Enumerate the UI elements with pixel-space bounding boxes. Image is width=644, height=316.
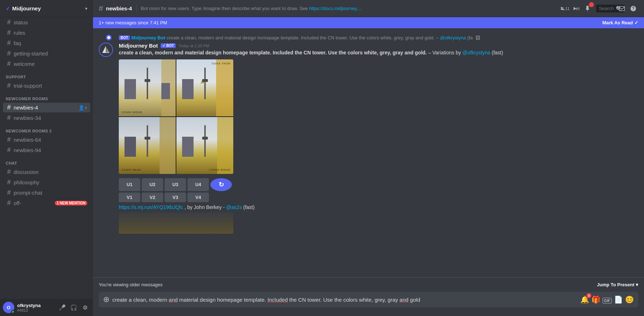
channel-label: faq [14, 40, 87, 46]
mute-mic-button[interactable]: 🎤 [57, 302, 67, 312]
sidebar-item-newbies-34[interactable]: # newbies-34 [3, 113, 90, 123]
input-underline-and2: and [400, 297, 409, 303]
help-icon[interactable] [628, 4, 638, 14]
link-message: https://s.mj.run/AYQ19tbJQlc , by John B… [93, 204, 644, 211]
city-scene-4: LOANA NIGAN [176, 117, 233, 174]
hash-icon: # [7, 39, 11, 47]
server-header[interactable]: ✓ Midjourney ▾ [0, 0, 93, 17]
channel-label: discussion [14, 169, 87, 175]
docs-link[interactable]: https://docs.midjourney.... [309, 6, 362, 11]
city-scene-1: COANI NIDAN [119, 59, 176, 116]
message-input-box: ⊕ create a clean, modern and material de… [99, 292, 638, 307]
v1-button[interactable]: V1 [119, 193, 140, 202]
pin-notification-badge [589, 2, 594, 7]
grid-cell-2: GANA THOM [176, 59, 233, 116]
mute-channel-icon[interactable] [571, 4, 581, 14]
emoji-button[interactable]: 😊 [625, 295, 634, 304]
u4-button[interactable]: U4 [187, 178, 209, 191]
message-timestamp: Today at 1:20 PM [179, 44, 209, 48]
members-icon[interactable]: 11 [560, 4, 570, 14]
sidebar-item-getting-started[interactable]: # getting-started [3, 49, 90, 58]
channel-label: newbies-34 [14, 115, 87, 121]
grid-cell-1: COANI NIDAN [119, 59, 176, 116]
mark-as-read-button[interactable]: Mark As Read ✓ [602, 20, 639, 25]
channel-label: newbies-64 [14, 137, 87, 143]
older-messages-text: You're viewing older messages [99, 282, 162, 287]
u1-button[interactable]: U1 [119, 178, 140, 191]
link-mention[interactable]: @as2s [226, 204, 242, 210]
deafen-button[interactable]: 🎧 [69, 302, 79, 312]
mark-read-icon: ✓ [634, 20, 638, 25]
message-group-full: Midjourney Bot ✓ BOT Today at 1:20 PM cr… [93, 41, 644, 204]
v-buttons-row: V1 V2 V3 V4 [119, 191, 638, 202]
sidebar-item-trial-support[interactable]: # trial-support [3, 81, 90, 91]
sidebar-item-prompt-chat[interactable]: # prompt-chat [3, 188, 90, 198]
sidebar-item-rules[interactable]: # rules [3, 28, 90, 38]
compact-mention[interactable]: @ofkrystyna [440, 35, 466, 40]
sidebar-item-off[interactable]: # off- 1 NEW MENTION [3, 198, 90, 208]
message-text: create a clean, modern and material desi… [119, 49, 638, 57]
sticker-button[interactable]: 📄 [614, 295, 623, 304]
compact-message: BOT Midjourney Bot create a clean, moder… [119, 35, 638, 40]
image-grid: COANI NIDAN GANA THOM [119, 59, 233, 174]
sidebar-item-faq[interactable]: # faq [3, 38, 90, 48]
user-info: ofkrystyna #4812 [17, 303, 54, 312]
section-support[interactable]: SUPPORT [0, 69, 93, 81]
checkmark-icon: ✓ [6, 6, 10, 11]
user-area: O ofkrystyna #4812 🎤 🎧 ⚙ [0, 299, 93, 316]
channel-label: philosophy [14, 179, 87, 185]
message-content: Midjourney Bot ✓ BOT Today at 1:20 PM cr… [119, 43, 638, 202]
emoji-reactions-button[interactable]: 🔔 3 [580, 295, 589, 304]
section-newcomer-rooms-2[interactable]: NEWCOMER ROOMS 2 [0, 123, 93, 135]
user-discriminator: #4812 [17, 308, 54, 312]
user-action-icons: 🎤 🎧 ⚙ [57, 302, 90, 312]
messages-area[interactable]: BOT Midjourney Bot create a clean, moder… [93, 28, 644, 277]
sidebar-item-welcome[interactable]: # welcome [3, 59, 90, 69]
template-text-2: GANA THOM [212, 62, 230, 65]
template-overlay-2 [176, 59, 233, 116]
search-container[interactable]: Search 🔍 [605, 4, 615, 14]
add-user-icon: 👤+ [78, 105, 87, 111]
u3-button[interactable]: U3 [165, 178, 186, 191]
variations-mention[interactable]: @ofkrystyna [462, 50, 490, 55]
triangle-icon [200, 79, 205, 83]
channel-label: newbies-94 [14, 147, 87, 153]
sidebar-item-newbies-4[interactable]: # newbies-4 👤+ [3, 103, 90, 112]
jump-to-present-button[interactable]: Jump To Present ▾ [597, 282, 638, 287]
v3-button[interactable]: V3 [165, 193, 186, 202]
gif-button[interactable]: GIF [602, 296, 612, 304]
compact-suffix: (fa [467, 35, 473, 40]
u2-button[interactable]: U2 [142, 178, 163, 191]
message-input-display[interactable]: create a clean, modern and material desi… [112, 292, 577, 307]
sidebar-item-status[interactable]: # status [3, 18, 90, 27]
inbox-icon[interactable] [617, 4, 627, 14]
user-settings-button[interactable]: ⚙ [80, 302, 90, 312]
refresh-button[interactable]: ↻ [210, 178, 232, 191]
section-newcomer-rooms[interactable]: NEWCOMER ROOMS [0, 91, 93, 102]
gift-button[interactable]: 🎁 [591, 295, 600, 304]
sidebar-item-discussion[interactable]: # discussion [3, 167, 90, 177]
channel-label: welcome [14, 61, 87, 67]
link-url[interactable]: https://s.mj.run/AYQ19tbJQlc [119, 204, 183, 210]
search-placeholder: Search [599, 6, 614, 11]
channel-title-bar: # newbies-4 Bot room for new users. Type… [99, 4, 555, 13]
sidebar-item-newbies-64[interactable]: # newbies-64 [3, 135, 90, 145]
sidebar-item-philosophy[interactable]: # philosophy [3, 178, 90, 187]
message-header: Midjourney Bot ✓ BOT Today at 1:20 PM [119, 43, 638, 49]
add-attachment-button[interactable]: ⊕ [103, 295, 109, 304]
v4-button[interactable]: V4 [187, 193, 209, 202]
input-underline-included: Included [268, 297, 288, 303]
link-fast: (fast) [243, 204, 255, 210]
topbar: # newbies-4 Bot room for new users. Type… [93, 0, 644, 17]
image-grid-container[interactable]: COANI NIDAN GANA THOM [119, 59, 233, 174]
hash-icon: # [7, 50, 11, 57]
topbar-channel-name: newbies-4 [106, 5, 132, 11]
username: ofkrystyna [17, 303, 54, 308]
pin-icon[interactable] [582, 4, 592, 14]
bot-badge: ✓ BOT [161, 43, 176, 48]
input-underline-and: and [169, 297, 178, 303]
image-teaser-thumbnail[interactable] [119, 212, 233, 234]
sidebar-item-newbies-94[interactable]: # newbies-94 [3, 145, 90, 155]
section-chat[interactable]: CHAT [0, 155, 93, 167]
v2-button[interactable]: V2 [142, 193, 163, 202]
